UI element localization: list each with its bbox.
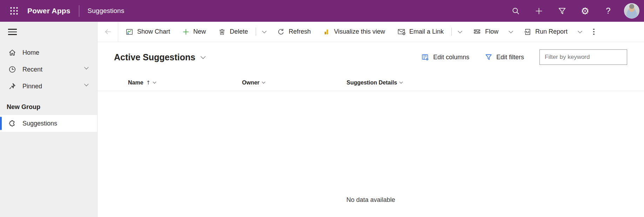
app-launcher-icon[interactable] [7, 4, 21, 18]
column-header-suggestion-details[interactable]: Suggestion Details [347, 74, 402, 91]
grid-page: Active Suggestions Edit columns [98, 42, 644, 217]
new-button[interactable]: New [177, 22, 211, 42]
edit-filters-funnel-icon [485, 53, 492, 61]
hamburger-icon [8, 29, 17, 35]
run-report-button[interactable]: Run Report [518, 22, 572, 42]
product-name: Power Apps [27, 7, 71, 15]
power-bi-bars-icon [323, 28, 330, 36]
sort-ascending-icon: ↑ [146, 80, 151, 86]
sidebar-item-label: Recent [22, 66, 42, 73]
column-menu-chevron-icon [400, 80, 403, 84]
command-bar-separator [118, 22, 118, 42]
command-divider [451, 28, 452, 36]
report-icon [523, 28, 532, 36]
puzzle-icon [8, 119, 16, 128]
edit-columns-icon [421, 53, 429, 61]
sidebar-item-label: Home [22, 49, 39, 56]
chevron-down-icon [509, 29, 513, 33]
column-menu-chevron-icon [262, 80, 265, 84]
sidebar-nav: Home Recent Pinned New Group [0, 44, 97, 132]
app-header: Power Apps Suggestions ⚙ ? [0, 0, 644, 22]
flow-menu-button[interactable] [505, 22, 516, 42]
sidebar-item-recent[interactable]: Recent [0, 61, 97, 78]
refresh-button[interactable]: Refresh [272, 22, 316, 42]
header-actions: ⚙ ? [508, 3, 644, 19]
chart-icon [125, 28, 134, 36]
command-bar-items: Show Chart New Delete [120, 22, 600, 42]
filter-by-keyword-input[interactable] [539, 49, 627, 65]
waffle-icon [9, 6, 19, 15]
edit-filters-button[interactable]: Edit filters [485, 53, 524, 61]
back-arrow-icon [104, 28, 112, 36]
back-button[interactable] [98, 22, 118, 42]
edit-columns-button[interactable]: Edit columns [421, 53, 469, 61]
visualize-view-button[interactable]: Visualize this view [318, 22, 390, 42]
chevron-down-icon [578, 29, 582, 33]
column-header-owner[interactable]: Owner [242, 74, 265, 91]
command-bar: Show Chart New Delete [98, 22, 644, 42]
flow-icon [472, 27, 482, 36]
sidebar-item-home[interactable]: Home [0, 44, 97, 61]
view-header: Active Suggestions Edit columns [114, 49, 627, 65]
sidebar-group-label: New Group [0, 99, 97, 115]
account-avatar[interactable] [624, 3, 639, 19]
email-more-commands-button[interactable] [455, 22, 465, 42]
add-icon[interactable] [531, 4, 546, 18]
email-link-button[interactable]: Email a Link [392, 22, 449, 42]
plus-icon [182, 28, 190, 36]
search-icon[interactable] [508, 4, 523, 18]
column-menu-chevron-icon [153, 80, 156, 84]
sidebar-item-pinned[interactable]: Pinned [0, 78, 97, 95]
chevron-down-icon [262, 29, 267, 33]
view-selector[interactable]: Active Suggestions [114, 52, 205, 62]
sidebar-item-label: Suggestions [22, 120, 57, 127]
clock-icon [8, 65, 16, 74]
help-icon[interactable]: ? [601, 4, 616, 18]
pin-icon [8, 82, 16, 90]
delete-button[interactable]: Delete [213, 22, 253, 42]
app-name: Suggestions [88, 7, 125, 15]
view-actions: Edit columns Edit filters [421, 49, 627, 65]
power-apps-window: Power Apps Suggestions ⚙ ? [0, 0, 644, 217]
header-divider [79, 5, 79, 17]
delete-more-commands-button[interactable] [259, 22, 270, 42]
collapse-chevron-icon[interactable] [85, 84, 88, 86]
collapse-chevron-icon[interactable] [85, 67, 88, 69]
sidebar-item-label: Pinned [22, 83, 42, 90]
grid-column-headers: Name ↑ Owner Suggestion Details [98, 74, 644, 91]
view-selector-chevron-icon [201, 54, 206, 59]
chevron-down-icon [458, 29, 462, 33]
empty-grid-message: No data available [98, 196, 644, 204]
flow-button[interactable]: Flow [468, 22, 503, 42]
home-icon [8, 48, 16, 57]
email-link-icon [397, 27, 406, 36]
command-divider [256, 28, 256, 36]
collapse-sitemap-button[interactable] [0, 22, 97, 42]
sidebar-item-suggestions[interactable]: Suggestions [0, 115, 97, 132]
view-title-text: Active Suggestions [114, 52, 195, 62]
settings-gear-icon[interactable]: ⚙ [578, 4, 592, 18]
column-header-name[interactable]: Name ↑ [128, 74, 156, 91]
run-report-menu-button[interactable] [575, 22, 585, 42]
show-chart-button[interactable]: Show Chart [120, 22, 175, 42]
filter-icon[interactable] [555, 4, 569, 18]
more-commands-button[interactable] [588, 29, 600, 35]
refresh-icon [277, 28, 285, 36]
site-map-sidebar: Home Recent Pinned New Group [0, 22, 98, 217]
trash-icon [218, 28, 226, 36]
